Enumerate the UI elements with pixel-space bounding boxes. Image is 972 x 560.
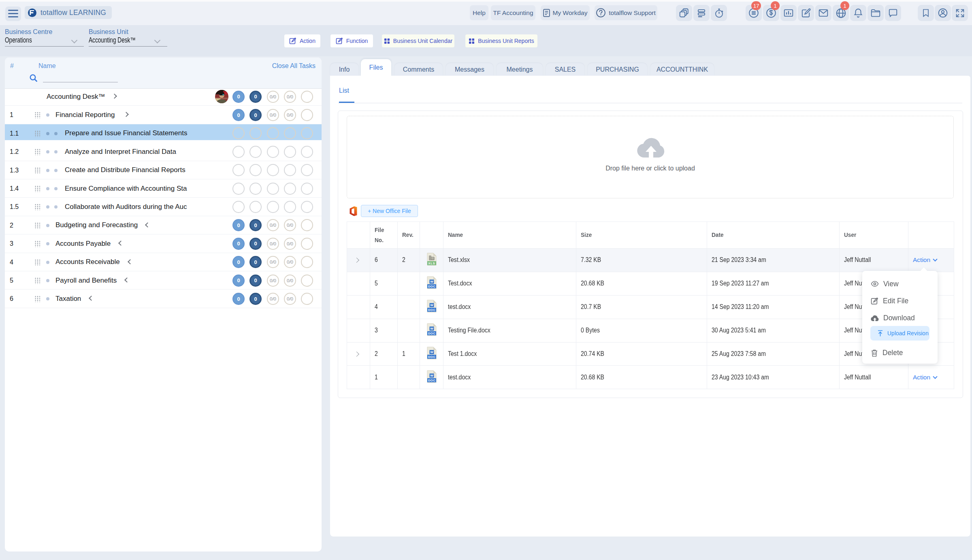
svg-text:DOC: DOC [428,308,435,312]
svg-text:DOC: DOC [428,332,435,335]
svg-text:DOC: DOC [428,379,435,382]
svg-text:W: W [430,327,433,330]
svg-text:XLS: XLS [428,262,435,265]
svg-text:W: W [430,280,433,283]
svg-text:W: W [430,350,433,354]
svg-text:W: W [430,303,433,307]
svg-text:DOC: DOC [428,285,435,288]
svg-text:W: W [430,374,433,377]
svg-text:DOC: DOC [428,355,435,359]
